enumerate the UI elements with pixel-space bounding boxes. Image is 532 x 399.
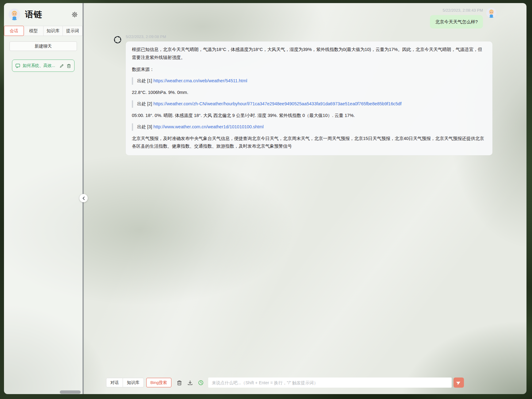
assistant-message-bubble: 根据已知信息，北京今天天气晴朗，气温为18°C，体感温度为18°C，大风天气，湿…	[126, 41, 492, 155]
citation-2: 出处 [2] https://weather.com/zh-CN/weather…	[132, 100, 486, 107]
send-button[interactable]	[454, 378, 464, 388]
clear-trash-icon[interactable]	[177, 380, 182, 385]
assistant-message-row: 5/22/2023, 2:09:08 PM 根据已知信息，北京今天天气晴朗，气温…	[113, 34, 492, 155]
tab-prompts[interactable]: 提示词	[63, 26, 82, 36]
message-input[interactable]	[208, 378, 452, 388]
boy-avatar-icon	[486, 8, 496, 18]
chat-item-title: 如何系统、高效...	[23, 63, 57, 68]
boy-avatar-icon	[9, 9, 20, 20]
bing-search-button[interactable]: Bing搜索	[146, 378, 171, 387]
citation-2-snippet: 05:00. 18°. 0%. 晴朗. 体感温度 18°. 大风 西北偏北 9 …	[132, 112, 486, 120]
citation-3-link[interactable]: http://www.weather.com.cn/weather1d/1010…	[153, 124, 263, 129]
edit-icon[interactable]	[59, 64, 64, 68]
tab-models[interactable]: 模型	[24, 26, 44, 36]
delete-icon[interactable]	[67, 64, 71, 68]
history-clock-icon[interactable]	[198, 380, 204, 385]
sources-label: 数据来源：	[132, 66, 486, 74]
tab-conversations[interactable]: 会话	[4, 26, 24, 36]
citation-2-label: 出处 [2]	[137, 101, 152, 106]
user-message-timestamp: 5/22/2023, 2:08:43 PM	[442, 8, 483, 13]
chevron-left-icon	[82, 196, 86, 200]
citation-3-snippet: 北京天气预报，及时准确发布中央气象台天气信息，便捷查询北京今日天气，北京周末天气…	[132, 135, 486, 151]
chat-list-item[interactable]: 如何系统、高效...	[12, 60, 75, 72]
user-message-bubble: 北京今天天气怎么样?	[430, 15, 483, 29]
sidebar: 语链 会话 模型 知识库 提示词 新建聊天	[4, 3, 82, 394]
app-title: 语链	[25, 9, 42, 20]
citation-1-link[interactable]: https://weather.cma.cn/web/weather/54511…	[153, 78, 247, 83]
send-icon	[456, 380, 461, 385]
citation-1-label: 出处 [1]	[137, 78, 152, 83]
app-window: 语链 会话 模型 知识库 提示词 新建聊天	[4, 3, 526, 394]
sidebar-header: 语链	[4, 8, 82, 20]
mode-knowledge-button[interactable]: 知识库	[123, 378, 144, 387]
tab-knowledge-base[interactable]: 知识库	[44, 26, 63, 36]
mode-chat-button[interactable]: 对话	[106, 378, 123, 387]
citation-2-link[interactable]: https://weather.com/zh-CN/weather/hourby…	[153, 101, 401, 106]
citation-1-snippet: 22.8°C. 1006hPa. 9%. 0mm.	[132, 89, 486, 97]
weather-summary-text: 根据已知信息，北京今天天气晴朗，气温为18°C，体感温度为18°C，大风天气，湿…	[132, 46, 486, 62]
citation-3: 出处 [3] http://www.weather.com.cn/weather…	[132, 123, 486, 130]
sidebar-scrollbar-thumb[interactable]	[60, 390, 81, 394]
chat-bubble-icon	[15, 63, 20, 68]
citation-3-label: 出处 [3]	[137, 124, 152, 129]
new-chat-button[interactable]: 新建聊天	[10, 41, 77, 51]
user-message-row: 5/22/2023, 2:08:43 PM 北京今天天气怎么样?	[430, 8, 496, 29]
settings-gear-icon[interactable]	[72, 12, 78, 17]
chat-area: 5/22/2023, 2:08:43 PM 北京今天天气怎么样?	[84, 3, 526, 394]
citation-1: 出处 [1] https://weather.cma.cn/web/weathe…	[132, 77, 486, 84]
sidebar-tabs: 会话 模型 知识库 提示词	[4, 26, 82, 36]
download-icon[interactable]	[187, 380, 193, 385]
sidebar-collapse-button[interactable]	[79, 194, 88, 202]
composer-toolbar: 对话 知识库 Bing搜索	[106, 378, 464, 388]
app-avatar	[9, 9, 20, 20]
assistant-message-timestamp: 5/22/2023, 2:09:08 PM	[126, 34, 492, 40]
user-avatar	[486, 8, 496, 18]
openai-logo-icon	[113, 36, 122, 45]
